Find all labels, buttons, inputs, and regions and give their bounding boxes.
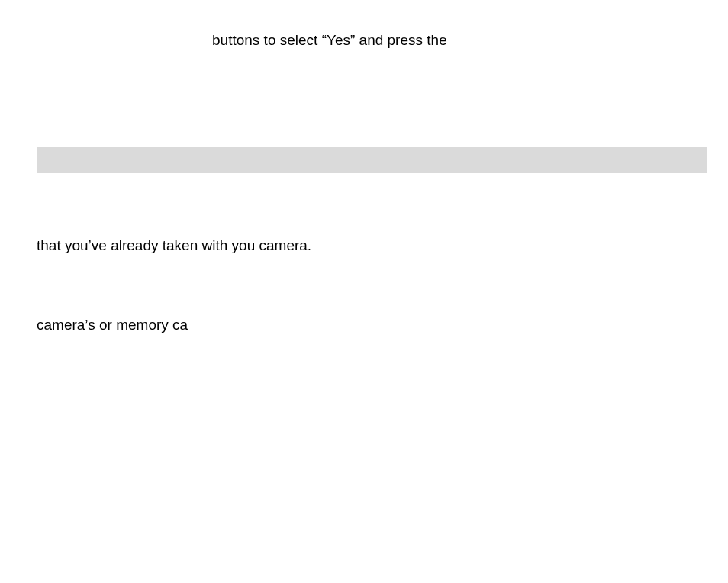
text-line-3: camera’s or memory ca (37, 317, 188, 333)
text-line-1: buttons to select “Yes” and press the (212, 32, 447, 49)
document-page: buttons to select “Yes” and press the th… (0, 0, 728, 583)
shaded-bar (37, 147, 707, 173)
text-line-2: that you’ve already taken with you camer… (37, 237, 311, 254)
